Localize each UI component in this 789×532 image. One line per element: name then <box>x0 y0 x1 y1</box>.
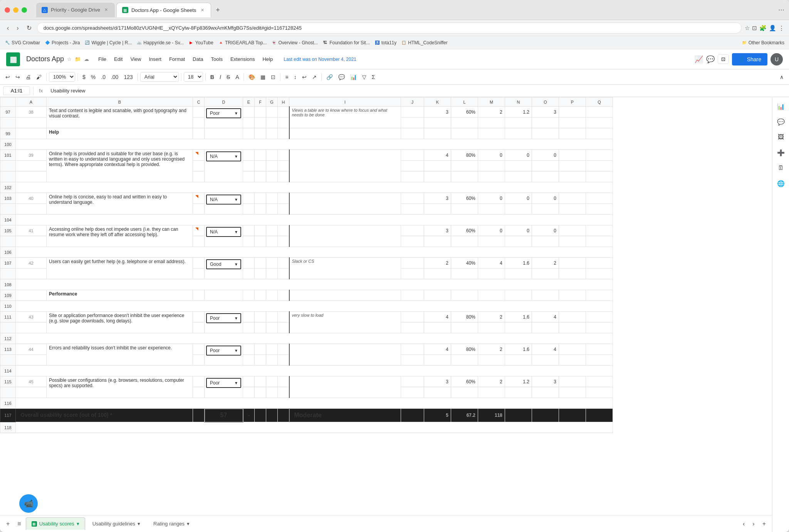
bookmark-codesniffer[interactable]: 📋 HTML_CodeSniffer <box>401 40 448 45</box>
cell-B111[interactable]: Site or application performance doesn't … <box>47 312 193 333</box>
cell-Q111[interactable] <box>586 312 613 322</box>
cell-P97[interactable] <box>559 107 586 117</box>
cell-C115b[interactable] <box>193 387 205 398</box>
scroll-left-button[interactable]: ‹ <box>740 518 748 530</box>
cell-J103b[interactable] <box>401 204 424 215</box>
cell-O98[interactable] <box>532 117 559 128</box>
cell-K111b[interactable] <box>424 322 451 333</box>
cell-M101[interactable]: 0 <box>478 150 505 161</box>
cell-Q117[interactable] <box>586 409 613 422</box>
cell-E97[interactable] <box>243 107 255 117</box>
cell-I103[interactable] <box>289 193 401 215</box>
cell-M103[interactable]: 0 <box>478 193 505 204</box>
text-color-button[interactable]: A <box>233 72 241 82</box>
cell-I111[interactable]: very slow to load <box>289 312 401 333</box>
cell-O103[interactable]: 0 <box>532 193 559 204</box>
cell-G99[interactable] <box>266 128 278 139</box>
rating-dropdown-107[interactable]: Good ▾ <box>206 259 241 269</box>
cell-C98[interactable] <box>193 117 205 128</box>
cell-L101b[interactable] <box>451 161 478 171</box>
cell-C99[interactable] <box>193 128 205 139</box>
bookmark-trigearlab[interactable]: 🔺 TRIGEARLAB Top... <box>218 40 267 45</box>
cell-E98[interactable] <box>243 117 255 128</box>
col-header-A[interactable]: A <box>16 97 47 107</box>
cell-I99[interactable] <box>289 128 401 139</box>
col-header-E[interactable]: E <box>243 97 255 107</box>
cell-C115[interactable] <box>193 376 205 387</box>
cell-F99[interactable] <box>255 128 266 139</box>
cell-N115b[interactable] <box>505 387 532 398</box>
cell-E113[interactable] <box>243 344 255 355</box>
cell-empty-100[interactable] <box>16 139 613 150</box>
cell-J103[interactable] <box>401 193 424 204</box>
cell-P111b[interactable] <box>559 322 586 333</box>
explore-button[interactable]: 📈 <box>695 55 703 64</box>
cell-M101c[interactable] <box>478 171 505 182</box>
rotate-button[interactable]: ↗ <box>310 72 319 82</box>
cell-H98[interactable] <box>278 117 289 128</box>
cell-H115[interactable] <box>278 376 289 387</box>
bookmark-foundation[interactable]: 🏗 Foundation for Sit... <box>322 40 370 45</box>
cell-K105b[interactable] <box>424 236 451 247</box>
cell-G105[interactable] <box>266 225 278 236</box>
col-header-C[interactable]: C <box>193 97 205 107</box>
cell-N103b[interactable] <box>505 204 532 215</box>
fill-color-button[interactable]: 🎨 <box>246 72 257 82</box>
bookmark-ghost[interactable]: 👻 Overview - Ghost... <box>271 40 318 45</box>
cell-I101[interactable] <box>289 150 401 182</box>
row-num-108[interactable]: 108 <box>0 279 16 290</box>
profile-button[interactable]: 👤 <box>769 25 776 32</box>
cell-N109[interactable] <box>505 290 532 301</box>
cell-M109[interactable] <box>478 290 505 301</box>
cell-M113[interactable]: 2 <box>478 344 505 355</box>
cell-D97[interactable]: Poor ▾ <box>205 107 243 128</box>
cell-B97[interactable]: Text and content is legible and scanable… <box>47 107 193 128</box>
cell-O105[interactable]: 0 <box>532 225 559 236</box>
cell-O115b[interactable] <box>532 387 559 398</box>
rating-dropdown-115[interactable]: Poor ▾ <box>206 378 241 388</box>
row-num-114[interactable]: 114 <box>0 366 16 376</box>
cell-F109[interactable] <box>255 290 266 301</box>
cell-M111[interactable]: 2 <box>478 312 505 322</box>
currency-button[interactable]: $ <box>80 72 88 82</box>
cell-K101[interactable]: 4 <box>424 150 451 161</box>
screen-cast-button[interactable]: ⊡ <box>752 25 757 32</box>
cell-G103[interactable] <box>266 193 278 204</box>
cell-B101[interactable]: Online help is provided and is suitable … <box>47 150 193 182</box>
cell-L97[interactable]: 60% <box>451 107 478 117</box>
cell-O115[interactable]: 3 <box>532 376 559 387</box>
rating-dropdown-97[interactable]: Poor ▾ <box>206 108 241 118</box>
cell-L115b[interactable] <box>451 387 478 398</box>
align-button[interactable]: ≡ <box>283 72 290 82</box>
cell-J101c[interactable] <box>401 171 424 182</box>
cell-H117[interactable] <box>278 409 289 422</box>
cell-P105b[interactable] <box>559 236 586 247</box>
row-num-97[interactable]: 97 <box>0 107 16 117</box>
zoom-video-button[interactable]: 📹 <box>19 494 38 513</box>
cell-O101b[interactable] <box>532 161 559 171</box>
cell-M105[interactable]: 0 <box>478 225 505 236</box>
cell-empty-110[interactable] <box>16 301 613 312</box>
col-header-F[interactable]: F <box>255 97 266 107</box>
row-num-118[interactable]: 118 <box>0 422 16 433</box>
col-header-I[interactable]: I <box>289 97 401 107</box>
print-button[interactable]: 🖨 <box>23 72 33 82</box>
row-num-103[interactable]: 103 <box>0 193 16 204</box>
cell-J97[interactable] <box>401 107 424 117</box>
cell-D115[interactable]: Poor ▾ <box>205 376 243 398</box>
col-header-K[interactable]: K <box>424 97 451 107</box>
cell-L98[interactable] <box>451 117 478 128</box>
cell-L113[interactable]: 80% <box>451 344 478 355</box>
cell-A101b[interactable] <box>16 161 47 171</box>
cell-J117[interactable] <box>401 409 424 422</box>
row-num-113b[interactable] <box>0 355 16 366</box>
cell-F107[interactable] <box>255 258 266 269</box>
cell-I107[interactable]: Slack or CS <box>289 258 401 279</box>
share-button[interactable]: 👤 Share <box>732 53 767 65</box>
menu-insert[interactable]: Insert <box>146 55 165 64</box>
number-format-button[interactable]: 123 <box>121 72 135 82</box>
cell-E101[interactable] <box>243 150 255 161</box>
cell-F115[interactable] <box>255 376 266 387</box>
cell-O111[interactable]: 4 <box>532 312 559 322</box>
cell-J113b[interactable] <box>401 355 424 366</box>
